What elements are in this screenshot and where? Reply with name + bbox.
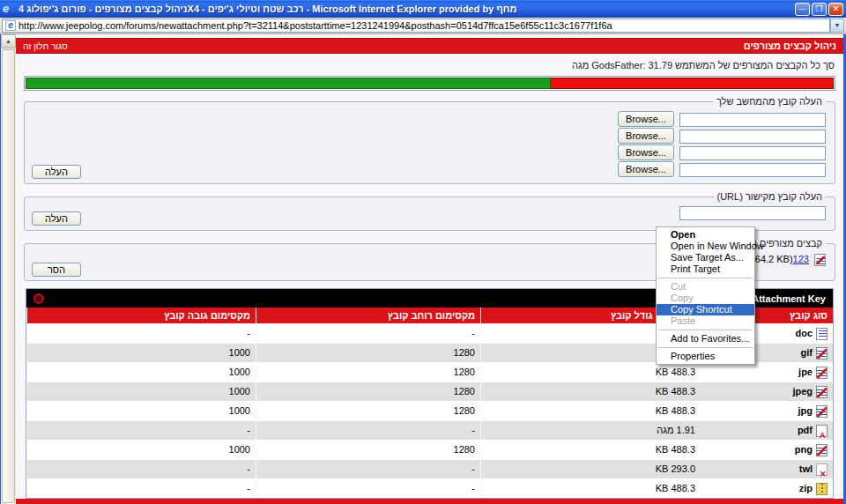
- remove-attachment-button[interactable]: הסר: [32, 263, 81, 277]
- edit-icon: [816, 386, 827, 398]
- edit-icon: [816, 367, 827, 379]
- browse-button-4[interactable]: Browse...: [618, 161, 674, 177]
- edit-icon: [816, 347, 827, 359]
- table-cell-width: -: [256, 324, 480, 343]
- page-header: ניהול קבצים מצורפים סגור חלון זה: [16, 38, 843, 54]
- table-cell-height: 1000: [26, 402, 256, 420]
- table-cell-size: 488.3 KB: [480, 363, 701, 382]
- record-circle-icon: [33, 293, 44, 304]
- table-cell-height: -: [26, 324, 256, 343]
- totals-value: 31.79: [649, 60, 673, 70]
- col-header-height: מקסימום גובה קובץ: [26, 308, 256, 323]
- upload-url-section: העלה קובץ מקישור (URL) העלה: [24, 191, 835, 231]
- menu-item-save-target-as[interactable]: Save Target As...: [657, 252, 754, 263]
- menu-item-properties[interactable]: Properties: [657, 351, 754, 362]
- vertical-scrollbar[interactable]: ▲: [1, 34, 16, 504]
- table-cell-height: -: [26, 460, 256, 478]
- scrollbar-thumb[interactable]: [2, 49, 15, 503]
- menu-item-print-target[interactable]: Print Target: [657, 263, 754, 275]
- file-input-3[interactable]: [679, 146, 826, 160]
- address-dropdown-button[interactable]: ▼: [830, 19, 844, 33]
- scroll-up-button[interactable]: ▲: [1, 34, 16, 48]
- close-window-link[interactable]: סגור חלון זה: [23, 41, 68, 51]
- table-cell-height: 1000: [26, 363, 256, 382]
- upload-computer-section: העלה קובץ מהמחשב שלך Browse... Browse...…: [24, 96, 835, 184]
- ie-logo-icon: e: [3, 3, 15, 15]
- url-input[interactable]: [679, 206, 826, 220]
- file-input-4[interactable]: [679, 163, 826, 177]
- menu-item-open-new-window[interactable]: Open in New Window: [657, 241, 754, 252]
- restore-button[interactable]: ❐: [812, 3, 827, 16]
- table-cell-width: 1280: [256, 363, 480, 382]
- progress-used: [26, 78, 551, 89]
- menu-separator: [658, 347, 753, 348]
- edit-attachment-icon[interactable]: [814, 254, 826, 266]
- browse-button-1[interactable]: Browse...: [618, 111, 674, 127]
- menu-item-open[interactable]: Open: [657, 229, 754, 241]
- context-menu: Open Open in New Window Save Target As..…: [656, 226, 755, 365]
- menu-item-add-to-favorites[interactable]: Add to Favorites...: [657, 333, 754, 345]
- page-title: ניהול קבצים מצורפים: [744, 41, 836, 51]
- table-row-type: pdf: [701, 421, 833, 440]
- menu-item-copy: Copy: [657, 293, 754, 304]
- file-row: Browse...: [33, 111, 826, 127]
- footer-red-strip: [16, 499, 843, 504]
- attachment-key-title: Attachment Key: [752, 293, 826, 304]
- menu-item-copy-shortcut[interactable]: Copy Shortcut: [657, 304, 754, 315]
- upload-url-legend: העלה קובץ מקישור (URL): [714, 191, 827, 202]
- close-window-button[interactable]: ✕: [828, 3, 843, 16]
- table-cell-height: 1000: [26, 382, 256, 401]
- table-row-type: jpg: [701, 402, 833, 420]
- table-row-type: jpeg: [701, 382, 833, 401]
- table-row-type: zip: [701, 479, 833, 498]
- table-cell-size: 488.3 KB: [480, 441, 701, 459]
- menu-item-cut: Cut: [657, 281, 754, 293]
- table-cell-size: 1.91 מגה: [480, 421, 701, 440]
- file-input-1[interactable]: [679, 113, 826, 127]
- table-cell-width: -: [256, 479, 480, 498]
- totals-user: GodsFather: [591, 60, 642, 70]
- totals-label: סך כל הקבצים המצורפים של המשתמש: [675, 60, 835, 70]
- upload-computer-legend: העלה קובץ מהמחשב שלך: [713, 96, 826, 107]
- table-cell-height: 1000: [26, 344, 256, 362]
- table-cell-width: -: [256, 460, 480, 478]
- progress-free: [551, 78, 834, 89]
- edit-icon: [816, 405, 827, 418]
- table-cell-height: -: [26, 479, 256, 498]
- browse-button-2[interactable]: Browse...: [618, 128, 674, 144]
- upload-files-button[interactable]: העלה: [32, 165, 81, 179]
- table-cell-width: -: [256, 421, 480, 440]
- file-row: Browse...: [33, 128, 826, 144]
- table-cell-height: 1000: [26, 441, 256, 459]
- address-input[interactable]: e http://www.jeepolog.com/forums/newatta…: [2, 19, 830, 33]
- window-title: ניהול קבצים מצורפים - פורום ג'יפולוג 4X4…: [19, 4, 795, 14]
- page-icon: e: [5, 20, 16, 31]
- file-input-2[interactable]: [679, 130, 826, 144]
- edit-icon: [816, 444, 827, 456]
- doc-icon: [816, 328, 827, 340]
- col-header-width: מקסימום רוחב קובץ: [256, 308, 480, 323]
- table-cell-size: 293.0 KB: [480, 460, 701, 478]
- attachment-file-link[interactable]: 123: [793, 254, 809, 264]
- zip-icon: [816, 483, 827, 495]
- broken-image-icon: [816, 463, 827, 476]
- menu-item-paste: Paste: [657, 315, 754, 327]
- table-row-type: jpe: [701, 363, 833, 382]
- table-cell-width: 1280: [256, 344, 480, 362]
- quota-progress-bar: [24, 76, 835, 91]
- window-titlebar: e ניהול קבצים מצורפים - פורום ג'יפולוג 4…: [0, 0, 846, 18]
- pdf-icon: [816, 425, 827, 437]
- menu-separator: [658, 330, 753, 330]
- upload-url-button[interactable]: העלה: [32, 211, 81, 226]
- table-row-type: png: [701, 441, 833, 459]
- browse-button-3[interactable]: Browse...: [618, 145, 674, 160]
- table-cell-size: 488.3 KB: [480, 402, 701, 420]
- table-cell-width: 1280: [256, 402, 480, 420]
- table-row-type: twl: [701, 460, 833, 478]
- file-row: Browse...: [33, 161, 826, 177]
- totals-unit: מגה: [572, 60, 589, 70]
- table-cell-width: 1280: [256, 382, 480, 401]
- minimize-button[interactable]: —: [795, 3, 810, 16]
- table-cell-size: 488.3 KB: [480, 382, 701, 401]
- menu-separator: [658, 278, 753, 278]
